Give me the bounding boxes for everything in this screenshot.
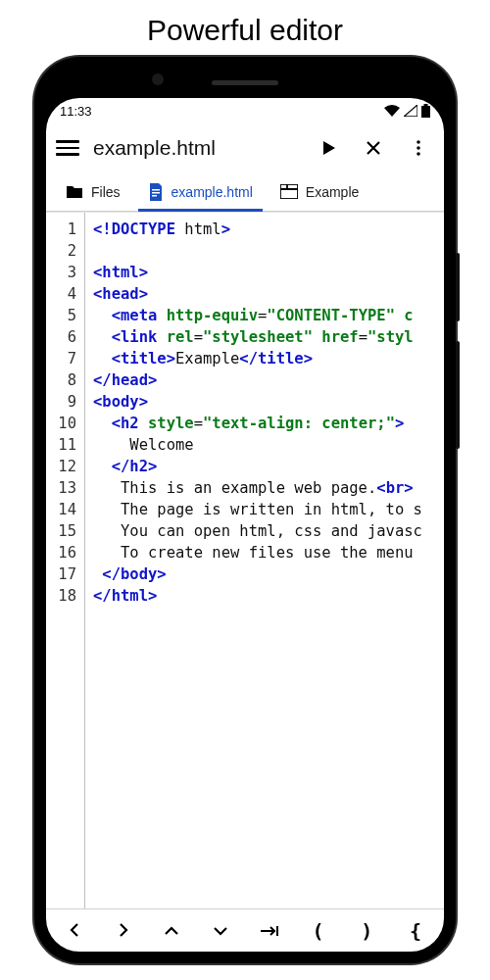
svg-point-4 [416, 152, 420, 156]
phone-frame: 11:33 example.html [34, 57, 456, 963]
nav-down-button[interactable] [196, 919, 245, 943]
line-number: 5 [46, 305, 76, 326]
line-number: 2 [46, 240, 76, 262]
line-number: 3 [46, 262, 76, 283]
phone-screen: 11:33 example.html [46, 98, 444, 952]
svg-rect-7 [152, 195, 157, 197]
code-line[interactable]: <meta http-equiv="CONTENT-TYPE" c [93, 305, 444, 326]
code-line[interactable]: <!DOCTYPE html> [93, 219, 444, 240]
tab-bar: Files example.html Example [46, 172, 444, 212]
close-button[interactable] [358, 132, 389, 164]
code-area[interactable]: <!DOCTYPE html> <html><head> <meta http-… [85, 213, 444, 908]
status-icons [384, 104, 430, 118]
line-number: 7 [46, 348, 76, 369]
line-number: 15 [46, 520, 76, 542]
tab-label: example.html [172, 184, 253, 200]
svg-point-3 [416, 146, 420, 150]
folder-icon [66, 184, 83, 200]
tab-icon [259, 924, 280, 938]
chevron-right-icon [117, 922, 130, 938]
paren-close-button[interactable]: ) [343, 919, 392, 943]
line-number: 13 [46, 477, 76, 499]
code-line[interactable]: <h2 style="text-align: center;"> [93, 413, 444, 434]
line-number: 1 [46, 219, 76, 240]
line-number: 14 [46, 499, 76, 520]
nav-up-button[interactable] [148, 919, 197, 943]
symbol-toolbar: ( ) { [46, 908, 444, 952]
status-bar: 11:33 [46, 98, 444, 123]
code-line[interactable]: This is an example web page.<br> [93, 477, 444, 499]
svg-rect-5 [152, 189, 160, 191]
line-number: 16 [46, 542, 76, 564]
line-number: 18 [46, 585, 76, 607]
paren-open-button[interactable]: ( [294, 919, 343, 943]
code-line[interactable]: </h2> [93, 456, 444, 477]
browser-icon [280, 184, 298, 199]
app-title: example.html [93, 136, 299, 160]
tab-example-preview[interactable]: Example [267, 172, 372, 211]
code-line[interactable]: To create new files use the menu [93, 542, 444, 564]
svg-rect-0 [421, 106, 430, 118]
svg-rect-6 [152, 192, 160, 194]
code-line[interactable]: </head> [93, 369, 444, 391]
line-number: 11 [46, 434, 76, 456]
overflow-button[interactable] [403, 132, 434, 164]
battery-icon [421, 104, 430, 118]
code-line[interactable]: You can open html, css and javasc [93, 520, 444, 542]
svg-rect-8 [280, 184, 298, 199]
code-line[interactable]: Welcome [93, 434, 444, 456]
code-line[interactable]: <link rel="stylesheet" href="styl [93, 326, 444, 348]
tab-key-button[interactable] [245, 919, 294, 943]
brace-open-button[interactable]: { [391, 919, 440, 943]
phone-side-button [456, 341, 460, 449]
run-button[interactable] [313, 132, 344, 164]
code-line[interactable]: <title>Example</title> [93, 348, 444, 369]
file-icon [148, 183, 164, 201]
line-number: 10 [46, 413, 76, 434]
close-icon [365, 139, 382, 157]
code-line[interactable] [93, 240, 444, 262]
wifi-icon [384, 105, 400, 117]
tab-label: Files [91, 184, 121, 200]
app-bar: example.html [46, 123, 444, 172]
status-time: 11:33 [60, 104, 92, 119]
nav-left-button[interactable] [50, 919, 99, 943]
line-number: 12 [46, 456, 76, 477]
chevron-left-icon [68, 922, 81, 938]
chevron-up-icon [164, 924, 179, 938]
line-number: 8 [46, 369, 76, 391]
code-line[interactable]: <head> [93, 283, 444, 305]
line-number: 9 [46, 391, 76, 413]
tab-files[interactable]: Files [52, 172, 134, 211]
line-gutter: 123456789101112131415161718 [46, 213, 85, 908]
signal-icon [404, 105, 417, 117]
menu-button[interactable] [56, 136, 79, 160]
code-editor[interactable]: 123456789101112131415161718 <!DOCTYPE ht… [46, 212, 444, 908]
dots-vertical-icon [410, 139, 427, 157]
code-line[interactable]: </body> [93, 564, 444, 585]
line-number: 4 [46, 283, 76, 305]
tab-label: Example [306, 184, 359, 200]
chevron-down-icon [213, 924, 228, 938]
code-line[interactable]: </html> [93, 585, 444, 607]
phone-side-button [456, 253, 460, 321]
code-line[interactable]: The page is written in html, to s [93, 499, 444, 520]
line-number: 17 [46, 564, 76, 585]
play-icon [319, 139, 337, 157]
svg-rect-1 [424, 104, 428, 106]
svg-point-2 [416, 140, 420, 144]
page-title: Powerful editor [147, 0, 343, 57]
code-line[interactable]: <html> [93, 262, 444, 283]
nav-right-button[interactable] [99, 919, 148, 943]
tab-example-html[interactable]: example.html [134, 172, 267, 211]
line-number: 6 [46, 326, 76, 348]
code-line[interactable]: <body> [93, 391, 444, 413]
